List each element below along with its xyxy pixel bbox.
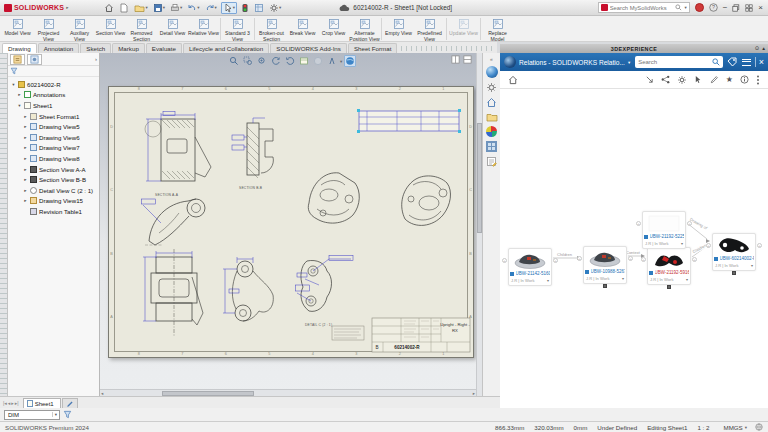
expander-icon[interactable]: ▸ — [23, 135, 28, 140]
tree-item-drawing-view6[interactable]: ▸Drawing View6 — [8, 132, 99, 143]
sheet-nav-arrows[interactable]: |◂ ◂ ▸ ▸| — [3, 397, 22, 408]
feature-tree-tab[interactable] — [10, 54, 25, 65]
node-id[interactable]: UBW-21192-59165 — [655, 270, 690, 275]
drawing-sheet[interactable]: 87654321 87654321 DCBA DCBA SECTION A-A — [108, 86, 474, 358]
expander-icon[interactable]: ▸ — [23, 167, 28, 172]
collapse-chevron-icon[interactable]: « — [490, 56, 493, 62]
cmd-removed-section[interactable]: Removed Section — [126, 17, 157, 42]
horizontal-scrollbar[interactable]: ◂ ▸ — [100, 389, 476, 396]
node-handle-right[interactable]: + — [687, 221, 692, 226]
detail-view-c[interactable] — [295, 255, 359, 319]
dimension-style-combo[interactable]: DIM ▾ — [4, 410, 60, 420]
title-block[interactable]: Upright - Right - RX B 60214002-R — [371, 317, 471, 353]
custom-properties-icon[interactable] — [486, 156, 497, 167]
appearances-icon[interactable] — [486, 126, 497, 137]
expander-icon[interactable]: ▸ — [23, 145, 28, 150]
display-manager-tab[interactable] — [27, 54, 42, 65]
tile-windows-button[interactable] — [745, 4, 753, 12]
tree-item-drawing-view15[interactable]: ▸Drawing View15 — [8, 196, 99, 207]
options-button[interactable]: ▾ — [268, 2, 282, 14]
scenes-icon[interactable] — [486, 141, 497, 152]
section-view-a-a[interactable] — [143, 111, 219, 191]
open-button[interactable]: ▾ — [133, 2, 149, 14]
add-sheet-tab[interactable] — [62, 398, 78, 408]
tree-item-drawing-view5[interactable]: ▸Drawing View5 — [8, 121, 99, 132]
expander-icon[interactable]: ▾ — [11, 82, 16, 87]
undo-button[interactable]: ▾ — [186, 2, 200, 14]
cmd-replace-model[interactable]: Replace Model — [482, 17, 513, 42]
node-handle-right[interactable]: + — [692, 257, 697, 262]
node-handle-right[interactable]: + — [553, 258, 558, 263]
home-button[interactable] — [103, 2, 115, 14]
cmd-alternate-position-view[interactable]: Alternate Position View — [349, 17, 380, 42]
logo-caret-icon[interactable]: ▸ — [66, 5, 68, 10]
sheet1-tab[interactable]: Sheet1 — [23, 398, 61, 408]
select-tool-button[interactable]: ▾ — [221, 2, 237, 14]
zoom-to-fit-icon[interactable] — [228, 55, 240, 67]
menu-hamburger-icon[interactable] — [740, 56, 751, 68]
close-button[interactable]: × — [758, 3, 763, 13]
undo-dropdown-icon[interactable]: ▾ — [197, 5, 199, 10]
minimize-button[interactable]: − — [723, 3, 728, 13]
horizontal-scrollbar-thumb[interactable] — [162, 391, 254, 396]
print-dropdown-icon[interactable]: ▾ — [180, 5, 182, 10]
scroll-left-icon[interactable]: ◂ — [100, 391, 104, 396]
first-sheet-icon[interactable]: |◂ — [3, 400, 7, 406]
search-icon[interactable] — [675, 4, 682, 11]
cmd-standard-3-view[interactable]: Standard 3 View — [222, 17, 253, 42]
node-handle-right[interactable]: + — [628, 256, 633, 261]
new-document-button[interactable] — [118, 2, 130, 14]
redo-dropdown-icon[interactable]: ▾ — [215, 5, 217, 10]
cmd-model-view[interactable]: Model View — [2, 17, 33, 37]
display-style-icon[interactable] — [312, 55, 324, 67]
relation-node-ubw-21192-52258[interactable]: UBW-21192-52258J.R | In Work▾++ — [642, 211, 686, 249]
help-icon[interactable]: ? — [709, 3, 718, 12]
expander-icon[interactable]: ▾ — [17, 103, 22, 108]
node-expander-dot[interactable] — [667, 285, 671, 289]
expander-icon[interactable]: ▸ — [23, 156, 28, 161]
expander-icon[interactable]: ▸ — [23, 198, 28, 203]
favorite-star-icon[interactable]: ★ — [726, 76, 733, 84]
expander-icon[interactable]: ▸ — [23, 188, 28, 193]
zoom-in-out-icon[interactable] — [256, 55, 268, 67]
open-dropdown-icon[interactable]: ▾ — [146, 5, 148, 10]
relation-node-ubw-60214002-r[interactable]: UBW-60214002-RJ.R | In Work▾++ — [712, 233, 756, 271]
tab-lifecycle-and-collaboration[interactable]: Lifecycle and Collaboration — [183, 43, 269, 53]
cmd-projected-view[interactable]: Projected View — [33, 17, 64, 42]
node-expander-dot[interactable] — [603, 284, 607, 288]
filter-funnel-icon[interactable] — [10, 67, 18, 75]
isometric-view-1[interactable] — [299, 165, 371, 229]
search-dropdown-icon[interactable]: ▾ — [684, 5, 686, 10]
hide-show-items-icon[interactable] — [326, 55, 338, 67]
view-settings-icon[interactable] — [344, 55, 356, 67]
node-expand-chevron-icon[interactable]: ▾ — [622, 276, 624, 281]
panel-pin-icon[interactable]: ▴ — [762, 45, 765, 51]
zoom-to-area-icon[interactable] — [242, 55, 254, 67]
scroll-right-icon[interactable]: ▸ — [472, 391, 476, 396]
graphics-area[interactable]: ▾ 87654321 87654321 DCBA DCBA — [100, 53, 482, 396]
cmd-detail-view[interactable]: Detail View — [157, 17, 188, 37]
home-icon[interactable] — [508, 75, 518, 85]
node-handle-left[interactable]: + — [636, 221, 641, 226]
prev-sheet-icon[interactable]: ◂ — [8, 400, 11, 406]
file-properties-button[interactable] — [253, 2, 265, 14]
cmd-auxiliary-view[interactable]: Auxiliary View — [64, 17, 95, 42]
cmd-predefined-view[interactable]: Predefined View — [414, 17, 445, 42]
rotate-view-icon[interactable] — [270, 55, 282, 67]
select-dropdown-icon[interactable]: ▾ — [233, 5, 235, 10]
tag-icon[interactable] — [726, 56, 737, 68]
cmd-section-view[interactable]: Section View — [95, 17, 126, 37]
settings-gear-icon[interactable] — [486, 82, 497, 93]
drawing-view-profile[interactable] — [221, 255, 281, 335]
node-id[interactable]: UBW-60214002-R — [720, 256, 755, 261]
revision-table[interactable] — [357, 109, 461, 133]
node-handle-left[interactable]: + — [706, 243, 711, 248]
threedexperience-icon[interactable] — [486, 66, 498, 78]
node-handle-left[interactable]: + — [641, 257, 646, 262]
units-dropdown-icon[interactable]: ▾ — [745, 425, 747, 430]
save-button[interactable]: ▾ — [152, 2, 166, 14]
relations-search[interactable] — [635, 56, 723, 68]
tree-item-drawing-view7[interactable]: ▸Drawing View7 — [8, 143, 99, 154]
app-switcher-chevron-icon[interactable]: ▾ — [628, 60, 630, 65]
combo-dropdown-icon[interactable]: ▾ — [52, 412, 59, 417]
